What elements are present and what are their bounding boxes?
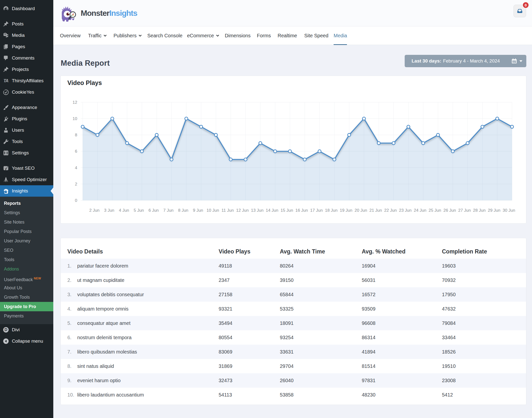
- table-row: 1.pariatur facere dolorem491188026416904…: [61, 259, 526, 273]
- sidebar-item-tools[interactable]: Tools: [0, 136, 53, 147]
- submenu-item-about-us[interactable]: About Us: [0, 283, 53, 293]
- svg-text:8: 8: [75, 133, 77, 137]
- svg-text:19 Jun: 19 Jun: [340, 208, 352, 213]
- dashboard-icon: [3, 6, 9, 12]
- svg-text:4: 4: [75, 166, 77, 170]
- svg-text:18 Jun: 18 Jun: [325, 208, 338, 213]
- sidebar-item-collapse-menu[interactable]: Collapse menu: [0, 335, 53, 347]
- submenu-item-payments[interactable]: Payments: [0, 311, 53, 321]
- brand-wordmark: MonsterInsights: [81, 9, 137, 18]
- new-badge: NEW: [34, 277, 41, 280]
- sidebar-item-media[interactable]: Media: [0, 30, 53, 41]
- sidebar-item-thirstyaffiliates[interactable]: TAThirstyAffiliates: [0, 75, 53, 86]
- monsterinsights-logo: MonsterInsights: [60, 4, 137, 22]
- sidebar-item-projects[interactable]: Projects: [0, 64, 53, 75]
- submenu-item-growth-tools[interactable]: Growth Tools: [0, 293, 53, 302]
- sidebar-item-label: Users: [12, 127, 24, 133]
- monster-mascot-icon: [60, 4, 76, 22]
- sidebar-item-insights[interactable]: Insights: [0, 185, 53, 197]
- row-completion-rate: 33464: [442, 330, 456, 345]
- col-header-completion-rate: Completion Rate: [442, 244, 487, 259]
- svg-text:23 Jun: 23 Jun: [399, 208, 412, 213]
- tab-publishers[interactable]: Publishers: [114, 26, 142, 45]
- tab-label: Traffic: [88, 33, 101, 39]
- menu-icon-wrap: [3, 104, 9, 110]
- row-video-name: ut magnam cupiditate: [77, 273, 124, 287]
- sidebar-item-pages[interactable]: Pages: [0, 41, 53, 52]
- svg-text:27 Jun: 27 Jun: [458, 208, 471, 213]
- sidebar-item-posts[interactable]: Posts: [0, 18, 53, 30]
- tab-search-console[interactable]: Search Console: [147, 26, 182, 45]
- row-video-plays: 31869: [219, 359, 232, 373]
- content: Media Report Last 30 days: February 4 - …: [53, 45, 532, 418]
- submenu-item-user-journey[interactable]: User Journey: [0, 236, 53, 246]
- row-video-plays: 35494: [219, 316, 232, 330]
- sidebar-item-settings[interactable]: Settings: [0, 147, 53, 159]
- sidebar-item-plugins[interactable]: Plugins: [0, 113, 53, 125]
- svg-text:4 Jun: 4 Jun: [119, 208, 129, 213]
- sidebar-item-appearance[interactable]: Appearance: [0, 102, 53, 113]
- svg-text:12: 12: [73, 100, 77, 105]
- tab-label: Search Console: [147, 33, 182, 39]
- sidebar-item-comments[interactable]: Comments: [0, 52, 53, 64]
- tab-media[interactable]: Media: [334, 26, 347, 45]
- svg-text:15 Jun: 15 Jun: [281, 208, 293, 213]
- row-completion-rate: 19603: [442, 259, 456, 273]
- col-header-video-plays: Video Plays: [219, 244, 250, 259]
- tab-label: Forms: [257, 33, 271, 39]
- menu-icon-wrap: [3, 66, 9, 72]
- svg-text:22 Jun: 22 Jun: [384, 208, 397, 213]
- menu-icon-wrap: [3, 21, 9, 27]
- sidebar-item-yoast-seo[interactable]: yYoast SEO: [0, 163, 53, 174]
- rocket-icon: [3, 177, 9, 183]
- submenu-item-seo[interactable]: SEO: [0, 246, 53, 255]
- svg-text:20 Jun: 20 Jun: [355, 208, 367, 213]
- sidebar-item-speed-optimizer[interactable]: Speed Optimizer: [0, 174, 53, 185]
- wordpress-admin-sidebar: DashboardPostsMediaPagesCommentsProjects…: [0, 0, 53, 418]
- sidebar-item-users[interactable]: Users: [0, 125, 53, 136]
- row-rank: 6.: [67, 330, 77, 345]
- sidebar-item-cookieyes[interactable]: CookieYes: [0, 86, 53, 98]
- chevron-down-icon: [103, 34, 107, 38]
- submenu-item-popular-posts[interactable]: Popular Posts: [0, 227, 53, 236]
- sidebar-item-label: Speed Optimizer: [12, 177, 47, 182]
- row-rank: 1.: [67, 259, 77, 273]
- menu-icon-wrap: [3, 32, 9, 38]
- row-video-name: consequatur atque amet: [77, 316, 131, 330]
- submenu-item-tools[interactable]: Tools: [0, 255, 53, 264]
- tab-traffic[interactable]: Traffic: [88, 26, 107, 45]
- submenu-item-upgrade-to-pro[interactable]: Upgrade to Pro: [0, 302, 53, 311]
- insights-submenu: ReportsSettingsSite NotesPopular PostsUs…: [0, 197, 53, 324]
- media-icon: [3, 32, 9, 38]
- table-row: 9.eveniet harum optio3247326040978312300…: [61, 373, 526, 388]
- svg-text:0: 0: [75, 198, 77, 203]
- tab-label: Media: [334, 33, 347, 39]
- submenu-item-userfeedback[interactable]: UserFeedbackNEW: [0, 274, 53, 283]
- sidebar-item-divi[interactable]: DDivi: [0, 324, 53, 335]
- table-row: 4.aliquam tempore omnis93321533259350947…: [61, 302, 526, 316]
- tab-site-speed[interactable]: Site Speed: [304, 26, 328, 45]
- row-video-name: voluptates debitis consequatur: [77, 287, 144, 302]
- tab-ecommerce[interactable]: eCommerce: [187, 26, 220, 45]
- sidebar-item-label: Comments: [12, 55, 35, 61]
- submenu-item-reports[interactable]: Reports: [0, 199, 53, 208]
- submenu-item-addons[interactable]: Addons: [0, 264, 53, 274]
- row-avg-watch-time: 29704: [280, 359, 294, 373]
- svg-text:16 Jun: 16 Jun: [295, 208, 308, 213]
- sidebar-item-label: Divi: [12, 327, 20, 333]
- tab-overview[interactable]: Overview: [60, 26, 80, 45]
- menu-icon-wrap: [3, 139, 9, 145]
- date-range-button[interactable]: Last 30 days: February 4 - March 4, 2024: [405, 55, 526, 67]
- tab-forms[interactable]: Forms: [257, 26, 271, 45]
- sidebar-item-dashboard[interactable]: Dashboard: [0, 3, 53, 14]
- menu-icon-wrap: [3, 116, 9, 122]
- tab-realtime[interactable]: Realtime: [278, 26, 297, 45]
- submenu-item-site-notes[interactable]: Site Notes: [0, 217, 53, 227]
- submenu-item-settings[interactable]: Settings: [0, 208, 53, 217]
- row-avg-pct-watched: 56031: [362, 273, 376, 287]
- tab-label: Overview: [60, 33, 80, 39]
- row-rank: 5.: [67, 316, 77, 330]
- svg-text:10 Jun: 10 Jun: [207, 208, 219, 213]
- tab-dimensions[interactable]: Dimensions: [225, 26, 250, 45]
- svg-text:3 Jun: 3 Jun: [104, 208, 114, 213]
